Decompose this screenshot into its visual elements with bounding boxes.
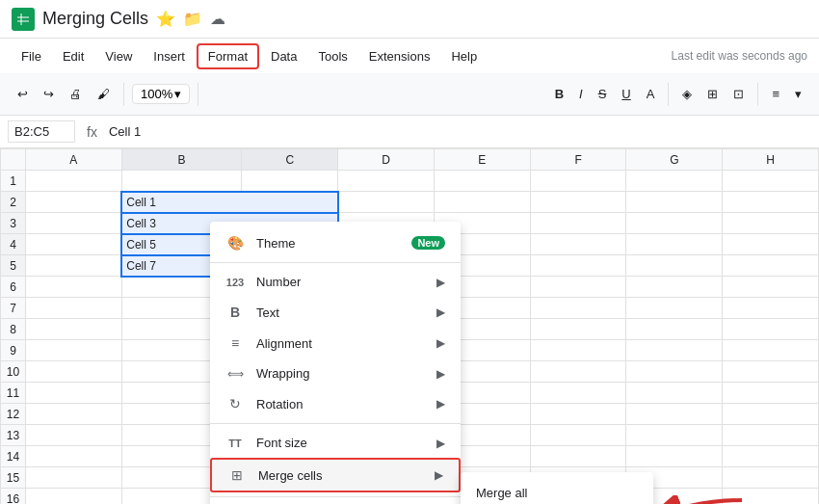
cell-ref-input[interactable]: [8, 120, 75, 143]
alignment-arrow: ▶: [436, 336, 445, 350]
cell-h4[interactable]: [723, 234, 819, 255]
menu-item-wrapping[interactable]: ⟺ Wrapping ▶: [210, 358, 461, 388]
menu-item-fontsize[interactable]: TT Font size ▶: [210, 428, 461, 458]
border-button[interactable]: ⊞: [701, 83, 724, 105]
cell-g3[interactable]: [626, 213, 723, 234]
cell-g1[interactable]: [626, 171, 723, 192]
number-label: Number: [256, 275, 425, 289]
rotation-icon: ↻: [225, 396, 245, 411]
cell-a1[interactable]: [26, 171, 122, 192]
menu-help[interactable]: Help: [441, 45, 487, 67]
last-edit-status: Last edit was seconds ago: [672, 49, 807, 63]
menu-item-rotation[interactable]: ↻ Rotation ▶: [210, 388, 461, 419]
cell-h3[interactable]: [723, 213, 819, 234]
fontsize-icon: TT: [225, 438, 245, 449]
cell-h1[interactable]: [723, 171, 819, 192]
cell-a3[interactable]: [26, 213, 122, 234]
menu-insert[interactable]: Insert: [144, 45, 195, 67]
menu-item-number[interactable]: 123 Number ▶: [210, 267, 461, 297]
cell-h5[interactable]: [723, 255, 819, 277]
cell-d1[interactable]: [338, 171, 435, 192]
cell-f3[interactable]: [530, 213, 626, 234]
col-header-f[interactable]: F: [530, 149, 626, 171]
text-label: Text: [256, 305, 425, 320]
row-num-6: 6: [1, 277, 26, 298]
cell-c1[interactable]: [242, 171, 338, 192]
row-num-8: 8: [1, 319, 26, 340]
paint-format-button[interactable]: 🖌: [92, 83, 116, 105]
cell-f5[interactable]: [530, 255, 626, 277]
row-num-15: 15: [1, 467, 26, 489]
menu-edit[interactable]: Edit: [53, 45, 93, 67]
cell-g5[interactable]: [626, 255, 723, 277]
align-arrow[interactable]: ▾: [789, 83, 807, 105]
star-icon[interactable]: ⭐: [156, 10, 175, 28]
table-row: 2 Cell 1: [1, 192, 819, 213]
col-header-c[interactable]: C: [242, 149, 338, 171]
row-num-1: 1: [1, 171, 26, 192]
row-num-7: 7: [1, 298, 26, 319]
cell-a4[interactable]: [26, 234, 122, 255]
menu-format[interactable]: Format: [197, 43, 259, 69]
cell-g4[interactable]: [626, 234, 723, 255]
col-header-d[interactable]: D: [338, 149, 435, 171]
merge-button[interactable]: ⊡: [727, 83, 750, 105]
menu-extensions[interactable]: Extensions: [359, 45, 440, 67]
arrow-annotation: [636, 495, 752, 504]
menu-file[interactable]: File: [12, 45, 51, 67]
menu-view[interactable]: View: [95, 45, 142, 67]
bold-button[interactable]: B: [549, 83, 569, 105]
cell-b2[interactable]: Cell 1: [121, 192, 337, 213]
cell-f1[interactable]: [530, 171, 626, 192]
menu-tools[interactable]: Tools: [308, 45, 357, 67]
number-icon: 123: [225, 277, 245, 288]
col-header-h[interactable]: H: [723, 149, 819, 171]
alignment-icon: ≡: [225, 335, 245, 351]
rotation-label: Rotation: [256, 397, 425, 411]
redo-button[interactable]: ↪: [38, 83, 60, 105]
cell-g2[interactable]: [626, 192, 723, 213]
cell-a5[interactable]: [26, 255, 122, 277]
col-header-e[interactable]: E: [434, 149, 530, 171]
merge-all-label: Merge all: [476, 486, 527, 500]
menu-data[interactable]: Data: [261, 45, 306, 67]
align-button[interactable]: ≡: [766, 83, 785, 105]
menu-item-theme[interactable]: 🎨 Theme New: [210, 227, 461, 258]
menu-item-alignment[interactable]: ≡ Alignment ▶: [210, 328, 461, 358]
cell-a2[interactable]: [26, 192, 122, 213]
formula-input[interactable]: [109, 124, 811, 139]
folder-icon[interactable]: 📁: [183, 10, 202, 28]
row-num-14: 14: [1, 446, 26, 467]
row-num-9: 9: [1, 340, 26, 361]
cell-f2[interactable]: [530, 192, 626, 213]
underline-button[interactable]: U: [616, 83, 636, 105]
cell-d2[interactable]: [338, 192, 435, 213]
toolbar-divider-4: [757, 83, 758, 106]
doc-title: Merging Cells: [42, 9, 148, 29]
cell-h2[interactable]: [723, 192, 819, 213]
col-header-b[interactable]: B: [121, 149, 242, 171]
cell-e2[interactable]: [434, 192, 530, 213]
text-color-button[interactable]: A: [641, 83, 661, 105]
print-button[interactable]: 🖨: [64, 83, 88, 105]
table-row: 1: [1, 171, 819, 192]
toolbar: ↩ ↪ 🖨 🖌 100% ▾ B I S U A ◈ ⊞ ⊡ ≡ ▾: [0, 73, 819, 116]
col-header-g[interactable]: G: [626, 149, 723, 171]
zoom-control[interactable]: 100% ▾: [132, 84, 190, 104]
italic-button[interactable]: I: [573, 83, 589, 105]
strikethrough-button[interactable]: S: [593, 83, 613, 105]
menu-item-merge[interactable]: ⊞ Merge cells ▶: [210, 458, 461, 492]
row-num-16: 16: [1, 489, 26, 505]
menu-item-text[interactable]: B Text ▶: [210, 297, 461, 328]
cloud-icon[interactable]: ☁: [210, 10, 225, 28]
alignment-label: Alignment: [256, 336, 425, 351]
col-header-a[interactable]: A: [26, 149, 122, 171]
zoom-value: 100%: [141, 87, 172, 101]
submenu-merge-all[interactable]: Merge all: [461, 478, 653, 504]
cell-b1[interactable]: [121, 171, 242, 192]
wrapping-label: Wrapping: [256, 366, 425, 381]
cell-f4[interactable]: [530, 234, 626, 255]
undo-button[interactable]: ↩: [12, 83, 34, 105]
cell-e1[interactable]: [434, 171, 530, 192]
fill-color-button[interactable]: ◈: [676, 83, 698, 105]
